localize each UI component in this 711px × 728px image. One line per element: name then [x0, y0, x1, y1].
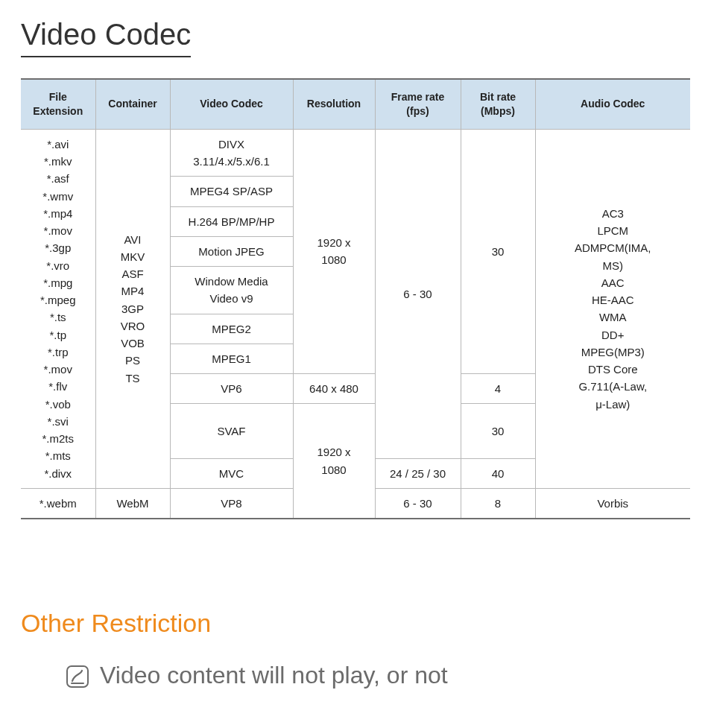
cell-vcodec-9: MVC: [170, 458, 293, 488]
cell-vcodec-1: MPEG4 SP/ASP: [170, 177, 293, 206]
cell-fps-2: 6 - 30: [375, 488, 461, 519]
cell-webm-acodec: Vorbis: [535, 488, 690, 519]
cell-webm-vcodec: VP8: [170, 488, 293, 519]
cell-fps-0: 6 - 30: [375, 129, 461, 458]
cell-extensions: *.avi*.mkv*.asf*.wmv*.mp4*.mov*.3gp*.vro…: [21, 129, 95, 488]
page-title: Video Codec: [21, 18, 191, 57]
cell-containers: AVIMKVASFMP43GPVROVOBPSTS: [95, 129, 170, 488]
cell-res-1: 640 x 480: [293, 374, 375, 404]
cell-vcodec-8: SVAF: [170, 404, 293, 458]
restriction-note: Video content will not play, or not: [100, 660, 448, 691]
col-vcodec: Video Codec: [170, 79, 293, 129]
cell-webm-ext: *.webm: [21, 488, 95, 519]
cell-vcodec-2: H.264 BP/MP/HP: [170, 206, 293, 236]
cell-vcodec-5: MPEG2: [170, 314, 293, 344]
col-bitrate: Bit rate(Mbps): [461, 79, 535, 129]
cell-vcodec-6: MPEG1: [170, 344, 293, 373]
cell-acodec-main: AC3LPCMADMPCM(IMA,MS)AACHE-AACWMADD+MPEG…: [535, 129, 690, 488]
cell-fps-1: 24 / 25 / 30: [375, 458, 461, 488]
cell-bitrate-1: 4: [461, 374, 535, 404]
cell-vcodec-4: Window MediaVideo v9: [170, 267, 293, 314]
cell-bitrate-4: 8: [461, 488, 535, 519]
cell-vcodec-0: DIVX3.11/4.x/5.x/6.1: [170, 129, 293, 177]
col-acodec: Audio Codec: [535, 79, 690, 129]
note-icon: [66, 665, 89, 689]
cell-webm-container: WebM: [95, 488, 170, 519]
codec-table: FileExtension Container Video Codec Reso…: [21, 78, 690, 519]
cell-vcodec-3: Motion JPEG: [170, 236, 293, 266]
cell-vcodec-7: VP6: [170, 374, 293, 404]
cell-res-0: 1920 x1080: [293, 129, 375, 373]
cell-bitrate-0: 30: [461, 129, 535, 373]
col-resolution: Resolution: [293, 79, 375, 129]
col-container: Container: [95, 79, 170, 129]
cell-bitrate-2: 30: [461, 404, 535, 458]
restriction-heading: Other Restriction: [21, 609, 690, 638]
col-fps: Frame rate(fps): [375, 79, 461, 129]
cell-res-2: 1920 x1080: [293, 404, 375, 519]
cell-bitrate-3: 40: [461, 458, 535, 488]
col-extension: FileExtension: [21, 79, 95, 129]
